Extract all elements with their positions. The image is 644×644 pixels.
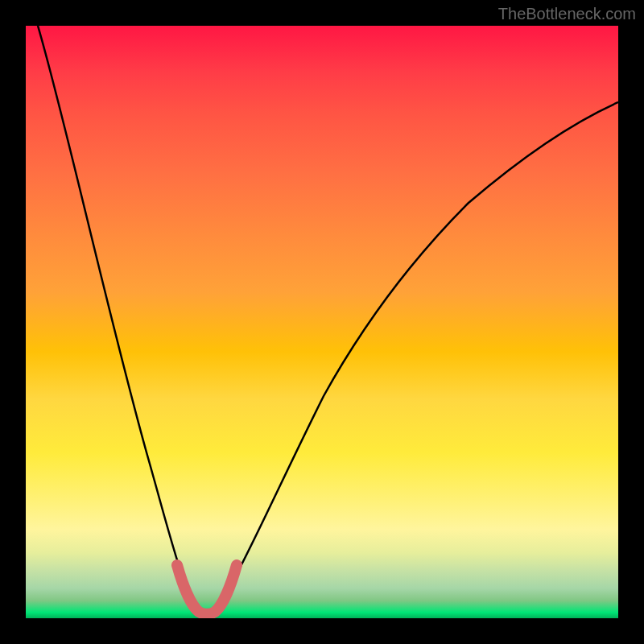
watermark-text: TheBottleneck.com — [498, 5, 636, 23]
bottleneck-curve-line — [38, 26, 618, 612]
bottleneck-chart — [26, 26, 618, 618]
highlight-segment-line — [177, 565, 237, 614]
